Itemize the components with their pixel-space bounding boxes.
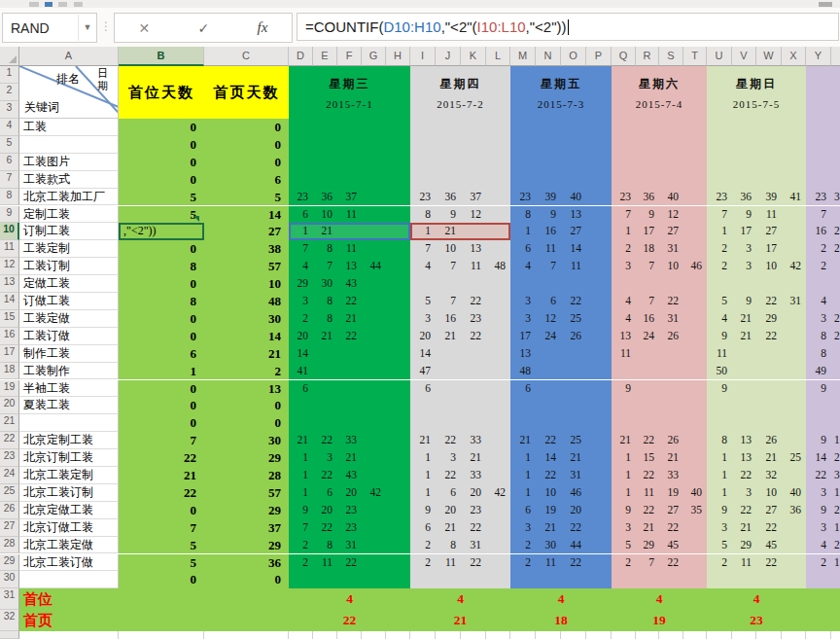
cell-M9[interactable]: 8 xyxy=(510,206,536,224)
cell-B26[interactable]: 0 xyxy=(119,502,204,519)
cell-U5[interactable] xyxy=(707,136,732,154)
cell-E23[interactable]: 3 xyxy=(313,449,337,467)
cell-H22[interactable] xyxy=(386,432,410,449)
cell-F28[interactable]: 31 xyxy=(337,537,362,554)
cell-Q9[interactable]: 7 xyxy=(612,206,636,224)
cell-Z10[interactable]: 2 xyxy=(831,223,840,240)
cell-T8[interactable] xyxy=(683,189,707,206)
cell-A11[interactable]: 工装定制 xyxy=(19,240,119,258)
cell-G15[interactable] xyxy=(362,310,386,328)
cell-P23[interactable] xyxy=(586,449,612,467)
cell-S25[interactable]: 19 xyxy=(659,484,683,502)
cell-E11[interactable]: 8 xyxy=(313,240,337,258)
cell-C17[interactable]: 21 xyxy=(204,345,289,363)
cell-I24[interactable]: 1 xyxy=(410,467,436,484)
cell-X16[interactable] xyxy=(782,328,806,345)
cell-H14[interactable] xyxy=(386,293,410,310)
cell-W25[interactable]: 10 xyxy=(756,484,782,502)
row-header-8[interactable]: 8 xyxy=(0,189,19,206)
cell-M25[interactable]: 1 xyxy=(510,484,536,502)
cell-Y4[interactable] xyxy=(806,119,831,136)
cell-E19[interactable] xyxy=(313,380,337,398)
cell-L20[interactable] xyxy=(486,397,510,414)
row-header-25[interactable]: 25 xyxy=(0,484,19,502)
cell-O25[interactable]: 46 xyxy=(561,484,586,502)
cell-N27[interactable]: 21 xyxy=(536,519,561,537)
cell-Z20[interactable] xyxy=(831,397,840,414)
cell-E14[interactable]: 8 xyxy=(313,293,337,310)
row-header-14[interactable]: 14 xyxy=(0,293,19,310)
cell-S20[interactable] xyxy=(659,397,683,414)
cell-X14[interactable]: 31 xyxy=(782,293,806,310)
cell-E4[interactable] xyxy=(313,119,337,136)
row-header-20[interactable]: 20 xyxy=(0,397,19,414)
cell-N17[interactable] xyxy=(536,345,561,363)
cell-Y30[interactable] xyxy=(806,571,831,588)
cell-H25[interactable] xyxy=(386,484,410,502)
cell-N29[interactable]: 11 xyxy=(536,554,561,572)
cell-U30[interactable] xyxy=(707,571,732,588)
cell-K14[interactable]: 22 xyxy=(461,293,486,310)
cell-A14[interactable]: 订做工装 xyxy=(19,293,119,310)
cell-Q19[interactable]: 9 xyxy=(612,380,636,398)
cell-A16[interactable]: 工装订做 xyxy=(19,328,119,345)
cell-E25[interactable]: 6 xyxy=(313,484,337,502)
cell-I20[interactable] xyxy=(410,397,436,414)
cell-S9[interactable]: 12 xyxy=(659,206,683,224)
row-header-9[interactable]: 9 xyxy=(0,206,19,224)
cell-J10[interactable]: 21 xyxy=(436,223,461,240)
cell-D10[interactable]: 1 xyxy=(289,223,313,240)
chevron-down-icon[interactable]: ▼ xyxy=(78,15,96,41)
cell-R21[interactable] xyxy=(636,414,659,432)
cell-U7[interactable] xyxy=(707,171,732,189)
cell-X26[interactable]: 36 xyxy=(782,502,806,519)
cell-W17[interactable] xyxy=(756,345,782,363)
cell-F19[interactable] xyxy=(337,380,362,398)
cell-P19[interactable] xyxy=(586,380,612,398)
cell-B21[interactable]: 0 xyxy=(119,414,204,432)
cell-P8[interactable] xyxy=(586,189,612,206)
cell-N25[interactable]: 10 xyxy=(536,484,561,502)
cell-S12[interactable]: 10 xyxy=(659,258,683,275)
cell-U4[interactable] xyxy=(707,119,732,136)
cell-R8[interactable]: 36 xyxy=(636,189,659,206)
cell-U25[interactable]: 1 xyxy=(707,484,732,502)
cell-I14[interactable]: 5 xyxy=(410,293,436,310)
cell-B18[interactable]: 1 xyxy=(119,363,204,380)
row-header-7[interactable]: 7 xyxy=(0,171,19,189)
cell-K6[interactable] xyxy=(461,154,486,171)
cell-W16[interactable]: 22 xyxy=(756,328,782,345)
row-header-15[interactable]: 15 xyxy=(0,310,19,328)
cell-A30[interactable] xyxy=(19,571,119,588)
cell-L22[interactable] xyxy=(486,432,510,449)
cell-H13[interactable] xyxy=(386,275,410,293)
cell-R10[interactable]: 17 xyxy=(636,223,659,240)
cell-S18[interactable] xyxy=(659,363,683,380)
cell-D15[interactable]: 2 xyxy=(289,310,313,328)
cell-J28[interactable]: 8 xyxy=(436,537,461,554)
cell-F8[interactable]: 37 xyxy=(337,189,362,206)
cell-N21[interactable] xyxy=(536,414,561,432)
cell-P27[interactable] xyxy=(586,519,612,537)
cell-W29[interactable]: 22 xyxy=(756,554,782,572)
cell-K24[interactable]: 33 xyxy=(461,467,486,484)
cell-M11[interactable]: 6 xyxy=(510,240,536,258)
cell-O17[interactable] xyxy=(561,345,586,363)
cell-Y19[interactable]: 9 xyxy=(806,380,831,398)
cell-Q23[interactable]: 1 xyxy=(612,449,636,467)
cell-H8[interactable] xyxy=(386,189,410,206)
cell-P9[interactable] xyxy=(586,206,612,224)
cell-N8[interactable]: 39 xyxy=(536,189,561,206)
cell-B13[interactable]: 0 xyxy=(119,275,204,293)
cell-H5[interactable] xyxy=(386,136,410,154)
cell-B25[interactable]: 22 xyxy=(119,484,204,502)
cell-N18[interactable] xyxy=(536,363,561,380)
cell-L18[interactable] xyxy=(486,363,510,380)
cell-G26[interactable] xyxy=(362,502,386,519)
cell-V14[interactable]: 9 xyxy=(732,293,756,310)
cell-Y6[interactable] xyxy=(806,154,831,171)
cell-F20[interactable] xyxy=(337,397,362,414)
cell-P28[interactable] xyxy=(586,537,612,554)
cell-C19[interactable]: 13 xyxy=(204,380,289,398)
cell-M6[interactable] xyxy=(510,154,536,171)
